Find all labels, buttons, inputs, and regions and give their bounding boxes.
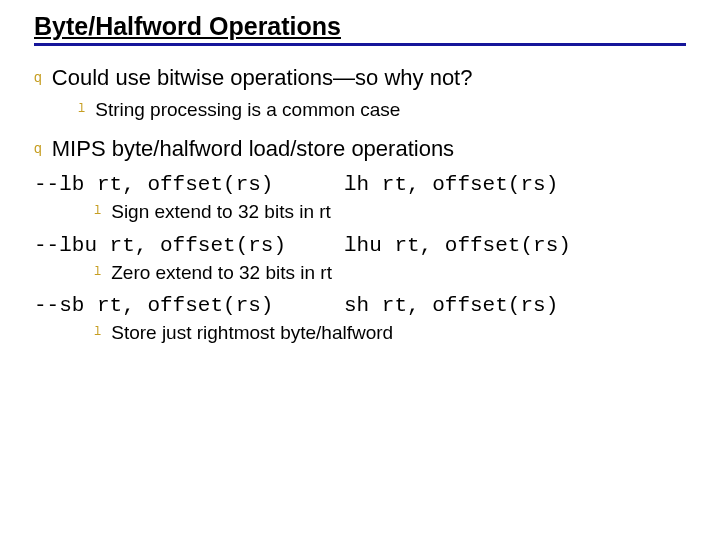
code-lbu: --lbu rt, offset(rs) bbox=[34, 234, 344, 257]
bullet-1-sub-text: String processing is a common case bbox=[95, 98, 400, 122]
code-line-1-sub-text: Sign extend to 32 bits in rt bbox=[111, 200, 331, 224]
code-sh: sh rt, offset(rs) bbox=[344, 294, 686, 317]
q-bullet-icon: q bbox=[34, 141, 42, 155]
l-bullet-icon: l bbox=[94, 265, 101, 279]
code-sb: --sb rt, offset(rs) bbox=[34, 294, 344, 317]
code-line-2: --lbu rt, offset(rs) lhu rt, offset(rs) bbox=[34, 234, 686, 257]
slide: Byte/Halfword Operations q Could use bit… bbox=[0, 0, 720, 345]
q-bullet-icon: q bbox=[34, 70, 42, 84]
code-line-2-sub: l Zero extend to 32 bits in rt bbox=[94, 261, 686, 285]
l-bullet-icon: l bbox=[78, 102, 85, 116]
code-lb: --lb rt, offset(rs) bbox=[34, 173, 344, 196]
code-line-3: --sb rt, offset(rs) sh rt, offset(rs) bbox=[34, 294, 686, 317]
code-line-3-sub: l Store just rightmost byte/halfword bbox=[94, 321, 686, 345]
code-line-1-sub: l Sign extend to 32 bits in rt bbox=[94, 200, 686, 224]
bullet-2-text: MIPS byte/halfword load/store operations bbox=[52, 135, 454, 163]
l-bullet-icon: l bbox=[94, 204, 101, 218]
code-line-1: --lb rt, offset(rs) lh rt, offset(rs) bbox=[34, 173, 686, 196]
l-bullet-icon: l bbox=[94, 325, 101, 339]
code-lh: lh rt, offset(rs) bbox=[344, 173, 686, 196]
bullet-2: q MIPS byte/halfword load/store operatio… bbox=[34, 135, 686, 163]
bullet-1: q Could use bitwise operations—so why no… bbox=[34, 64, 686, 92]
code-line-2-sub-text: Zero extend to 32 bits in rt bbox=[111, 261, 332, 285]
code-lhu: lhu rt, offset(rs) bbox=[344, 234, 686, 257]
bullet-1-text: Could use bitwise operations—so why not? bbox=[52, 64, 473, 92]
bullet-1-sub: l String processing is a common case bbox=[78, 98, 686, 122]
code-line-3-sub-text: Store just rightmost byte/halfword bbox=[111, 321, 393, 345]
slide-title: Byte/Halfword Operations bbox=[34, 12, 686, 46]
